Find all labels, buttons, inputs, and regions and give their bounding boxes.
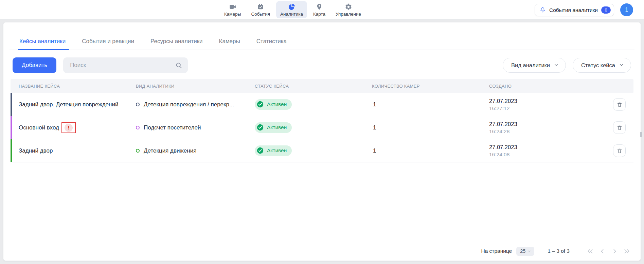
tab-cameras[interactable]: Камеры — [219, 38, 240, 50]
nav-item-management[interactable]: Управление — [332, 1, 365, 18]
status-label: Активен — [267, 147, 287, 154]
analytics-type: Детекция повреждения / перекр... — [144, 101, 234, 108]
table-row[interactable]: Задний двор. Детекция повреждений Детекц… — [11, 93, 633, 116]
analytics-type-cell: Детекция повреждения / перекр... — [136, 101, 255, 108]
trash-icon — [616, 102, 623, 108]
chevron-down-icon — [527, 249, 531, 253]
map-pin-icon — [316, 3, 323, 11]
nav-label: Аналитика — [280, 12, 303, 17]
case-status-cell: Активен — [255, 122, 372, 133]
user-avatar[interactable]: 1 — [620, 3, 633, 16]
first-page-button[interactable] — [587, 248, 594, 255]
created-time: 16:27:12 — [489, 105, 577, 111]
per-page-select[interactable]: 25 — [516, 247, 534, 256]
nav-item-analytics[interactable]: Аналитика — [276, 1, 307, 18]
status-badge: Активен — [255, 145, 292, 156]
analytics-type: Подсчет посетителей — [144, 124, 201, 131]
status-label: Активен — [267, 124, 287, 130]
chevron-down-icon — [554, 62, 559, 69]
case-status-cell: Активен — [255, 99, 372, 110]
main-nav: Камеры События Аналитика Карта Управлени… — [220, 1, 365, 18]
status-badge: Активен — [255, 99, 292, 110]
add-case-button[interactable]: Добавить — [13, 57, 56, 73]
analytics-events-button[interactable]: События аналитики 0 — [535, 4, 614, 16]
trash-icon — [616, 148, 623, 154]
delete-case-button[interactable] — [613, 144, 626, 157]
annotation-highlight-box: ! — [61, 122, 76, 133]
top-bar: Камеры События Аналитика Карта Управлени… — [0, 0, 644, 20]
delete-case-button[interactable] — [613, 98, 626, 111]
trash-icon — [616, 125, 623, 131]
last-page-button[interactable] — [623, 248, 630, 255]
nav-label: Карта — [313, 12, 325, 17]
created-time: 16:24:08 — [489, 152, 577, 158]
case-name-cell: Задний двор — [11, 147, 136, 154]
analytics-type-cell: Подсчет посетителей — [136, 124, 255, 131]
warning-exclamation-badge: ! — [65, 124, 73, 132]
delete-case-button[interactable] — [613, 121, 626, 134]
gear-icon — [345, 3, 352, 11]
pagination-bar: На странице 25 1 – 3 of 3 — [481, 246, 630, 257]
next-page-button[interactable] — [611, 248, 618, 255]
case-color-strip — [11, 139, 12, 162]
status-badge: Активен — [255, 122, 292, 133]
column-header-case-status: СТАТУС КЕЙСА — [255, 84, 372, 89]
pie-chart-icon — [288, 3, 296, 11]
toolbar: Добавить Вид аналитики Статус кейса — [13, 57, 631, 73]
case-status-cell: Активен — [255, 145, 372, 156]
camera-count-cell: 1 — [372, 101, 489, 108]
analytics-type-ring-icon — [136, 149, 140, 153]
created-time: 16:24:28 — [489, 128, 577, 135]
filter-label: Вид аналитики — [511, 62, 550, 69]
created-date: 27.07.2023 — [489, 144, 577, 151]
check-circle-icon — [256, 101, 264, 108]
table-row[interactable]: Задний двор Детекция движения Активен 1 … — [11, 139, 633, 162]
nav-label: Управление — [336, 12, 361, 17]
tab-events-reactions[interactable]: События и реакции — [82, 38, 134, 50]
nav-item-events[interactable]: События — [247, 1, 274, 18]
per-page-label: На странице — [481, 248, 512, 254]
column-header-case-name: НАЗВАНИЕ КЕЙСА — [11, 84, 136, 89]
check-circle-icon — [256, 147, 264, 154]
table-header: НАЗВАНИЕ КЕЙСА ВИД АНАЛИТИКИ СТАТУС КЕЙС… — [11, 79, 633, 93]
filter-label: Статус кейса — [581, 62, 615, 69]
created-cell: 27.07.2023 16:24:08 — [489, 144, 577, 158]
nav-item-map[interactable]: Карта — [309, 1, 329, 18]
camera-count-cell: 1 — [372, 124, 489, 131]
nav-item-cameras[interactable]: Камеры — [220, 1, 245, 18]
status-label: Активен — [267, 101, 287, 107]
events-count-badge: 0 — [601, 6, 611, 14]
analytics-type-cell: Детекция движения — [136, 147, 255, 154]
video-camera-icon — [229, 3, 236, 11]
tab-analytics-resources[interactable]: Ресурсы аналитики — [150, 38, 203, 50]
analytics-type-ring-icon — [136, 103, 140, 106]
actions-cell — [613, 144, 633, 157]
search-input[interactable] — [70, 62, 175, 69]
per-page-value: 25 — [520, 248, 525, 254]
case-name: Задний двор — [19, 147, 53, 154]
actions-cell — [613, 98, 633, 111]
case-name: Задний двор. Детекция повреждений — [19, 101, 118, 108]
created-cell: 27.07.2023 16:24:28 — [489, 121, 577, 135]
previous-page-button[interactable] — [599, 248, 606, 255]
case-status-filter[interactable]: Статус кейса — [573, 58, 631, 73]
created-date: 27.07.2023 — [489, 98, 577, 104]
page-range: 1 – 3 of 3 — [548, 248, 570, 254]
check-circle-icon — [256, 124, 264, 131]
tab-statistics[interactable]: Статистика — [256, 38, 287, 50]
analytics-tabs: Кейсы аналитики События и реакции Ресурс… — [10, 22, 634, 50]
created-cell: 27.07.2023 16:27:12 — [489, 98, 577, 111]
case-color-strip — [11, 93, 12, 116]
search-icon[interactable] — [175, 62, 182, 69]
created-date: 27.07.2023 — [489, 121, 577, 127]
actions-cell — [613, 121, 633, 134]
column-header-created: СОЗДАНО — [489, 84, 577, 89]
nav-label: Камеры — [224, 12, 241, 17]
tab-analytics-cases[interactable]: Кейсы аналитики — [19, 38, 66, 50]
analytics-type-ring-icon — [136, 126, 140, 129]
table-row[interactable]: Основной вход ! Подсчет посетителей Акти… — [11, 116, 633, 139]
event-calendar-icon — [257, 3, 264, 11]
analytics-type-filter[interactable]: Вид аналитики — [503, 58, 566, 73]
scrollbar-thumb[interactable] — [640, 132, 642, 137]
column-header-analytics-type: ВИД АНАЛИТИКИ — [136, 84, 255, 89]
